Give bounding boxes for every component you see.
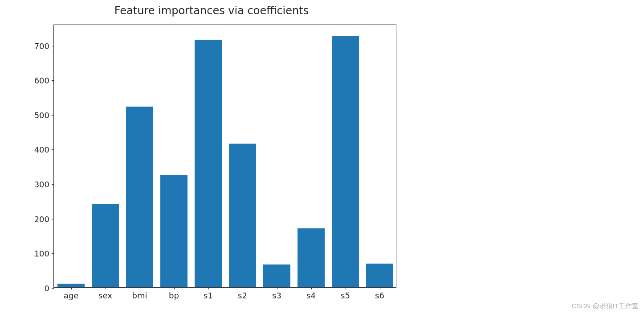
chart-title: Feature importances via coefficients xyxy=(27,4,396,17)
bar-s6 xyxy=(366,264,394,287)
bar-s2 xyxy=(229,144,257,287)
ytick-label-700: 700 xyxy=(34,41,54,50)
xtick-label-s5: s5 xyxy=(341,287,350,300)
bar-s3 xyxy=(263,264,291,287)
bar-s1 xyxy=(195,40,222,287)
xtick-label-s6: s6 xyxy=(375,287,384,300)
ytick-label-400: 400 xyxy=(34,145,54,154)
xtick-label-s2: s2 xyxy=(238,287,247,300)
xtick-label-bp: bp xyxy=(169,287,179,300)
xtick-label-s1: s1 xyxy=(204,287,213,300)
bar-s5 xyxy=(332,36,359,287)
bar-age xyxy=(57,284,85,287)
xtick-label-bmi: bmi xyxy=(132,287,147,300)
bar-bp xyxy=(160,175,188,287)
ytick-label-600: 600 xyxy=(34,76,54,85)
xtick-label-sex: sex xyxy=(98,287,112,300)
bar-s4 xyxy=(298,228,325,287)
xtick-label-s4: s4 xyxy=(306,287,316,300)
ytick-label-200: 200 xyxy=(34,214,54,223)
chart-figure: Feature importances via coefficients age… xyxy=(27,0,396,312)
bar-sex xyxy=(92,204,119,287)
xtick-label-s3: s3 xyxy=(272,287,281,300)
bar-bmi xyxy=(126,107,154,287)
chart-axes: agesexbmibps1s2s3s4s5s601002003004005006… xyxy=(53,25,396,288)
watermark-text: CSDN @老狼IT工作室 xyxy=(572,302,639,310)
ytick-label-100: 100 xyxy=(34,249,54,258)
xtick-label-age: age xyxy=(64,287,79,300)
ytick-label-500: 500 xyxy=(34,110,54,120)
ytick-label-0: 0 xyxy=(45,284,54,293)
ytick-label-300: 300 xyxy=(34,180,54,189)
